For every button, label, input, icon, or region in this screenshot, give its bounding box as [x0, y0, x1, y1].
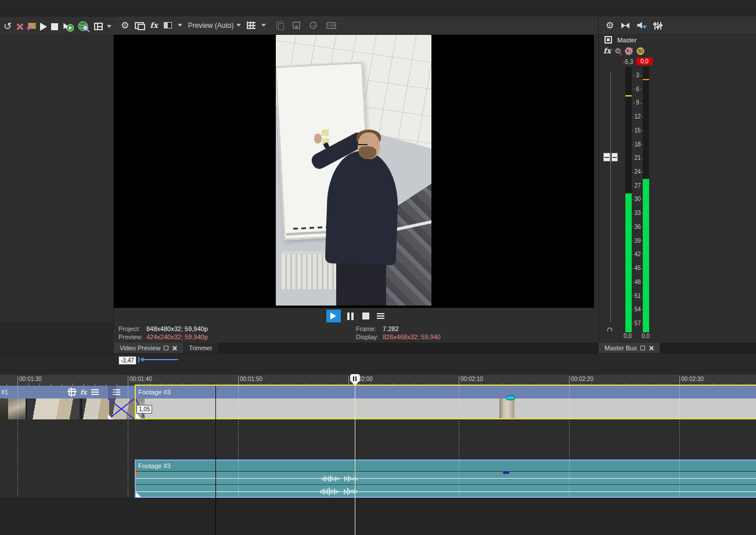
mixer-settings-gear-icon[interactable]: ⚙ [606, 21, 614, 30]
audio-waveform [321, 476, 340, 482]
split-screen-dropdown-icon[interactable] [178, 24, 182, 27]
fader-track[interactable] [610, 73, 611, 322]
restore-window-icon[interactable] [640, 346, 645, 350]
meter-right-bottom-readout: 0,0 [642, 333, 650, 339]
grid-line [459, 386, 459, 498]
audio-waveform [320, 488, 339, 495]
zoom-tool-globe-icon[interactable] [78, 21, 90, 32]
tab-master-bus[interactable]: Master Bus [599, 343, 660, 353]
frame-value: 7.282 [383, 325, 399, 332]
event-fx-icon[interactable]: fx [79, 388, 88, 397]
fader-handle[interactable] [603, 153, 618, 161]
project-value: 848x480x32; 59,940p [146, 325, 208, 332]
ruler-label: 00:01:30 [19, 376, 42, 382]
master-controls-row: fx ⚙ M S! [603, 46, 645, 55]
timeline: -3,47 00:01:30 00:01:40 00:01:50 00:02:0… [0, 353, 756, 535]
frame-label: Frame: [356, 325, 376, 332]
play-button[interactable] [326, 310, 341, 322]
video-thumbnail [499, 398, 514, 419]
event-pan-crop-icon[interactable] [67, 388, 76, 397]
audio-marker [503, 471, 509, 474]
gain-drag-tooltip: -3,47 [118, 356, 136, 365]
save-snapshot-icon[interactable] [293, 21, 300, 29]
transport-bar [114, 308, 598, 324]
video-person-body [325, 150, 400, 265]
pause-button[interactable] [345, 310, 356, 322]
preview-settings-gear-icon[interactable]: ⚙ [121, 21, 129, 30]
close-window-icon[interactable] [172, 346, 177, 351]
solo-icon[interactable]: S! [636, 47, 645, 55]
mute-icon[interactable]: M [625, 47, 633, 55]
meter-right-level [643, 179, 649, 332]
paste-attributes-icon[interactable] [28, 23, 36, 29]
restore-window-icon[interactable] [164, 346, 168, 350]
video-preview-panel: ⚙ fx Preview (Auto) [114, 16, 598, 353]
video-person-hand [314, 134, 322, 143]
audio-event-footage3[interactable]: Footage #3 [135, 459, 756, 498]
downmix-output-icon[interactable] [621, 23, 629, 28]
meter-scale: 36 912 1518 2124 2730 3336 3942 4548 515… [632, 73, 643, 326]
grid-overlay-icon[interactable] [247, 21, 255, 29]
automation-settings-icon[interactable]: ⚙ [614, 46, 621, 55]
timeline-upper-strip: -3,47 [0, 354, 756, 375]
playhead-line [355, 386, 355, 535]
peak-readout-left: -5,3 [623, 59, 633, 65]
external-monitor-icon[interactable] [135, 22, 144, 29]
event-menu-icon[interactable] [91, 388, 99, 397]
bus-fx-icon[interactable]: fx [603, 46, 611, 55]
video-frame [276, 35, 431, 306]
video-output-fx-icon[interactable]: fx [150, 21, 157, 30]
grid-line [238, 386, 239, 498]
timeline-bottom-area [0, 498, 756, 535]
grid-line [569, 386, 570, 498]
left-panel-lower-area [0, 323, 114, 353]
hdr-monitor-icon[interactable] [326, 22, 336, 29]
mixing-console-icon[interactable] [654, 21, 661, 30]
play-icon[interactable] [40, 23, 47, 31]
meter-left-peak-marker [625, 95, 632, 96]
toolbar-dropdown-icon[interactable] [107, 25, 111, 28]
video-thumbnail [82, 398, 109, 419]
edit-toolbar: ↺ [0, 17, 114, 36]
tab-trimmer-label: Trimmer [189, 344, 213, 351]
display-label: Display: [356, 333, 379, 340]
edit-tool-cursor-icon[interactable] [62, 21, 74, 32]
tab-video-preview-label: Video Preview [120, 344, 160, 351]
video-person-beard [359, 146, 376, 159]
crossfade-curves[interactable] [108, 398, 135, 419]
video-360-icon[interactable] [309, 21, 317, 29]
grid-overlay-dropdown-icon[interactable] [261, 24, 266, 27]
media-marker[interactable] [506, 396, 515, 400]
video-person-legs [336, 260, 386, 306]
fade-length-tooltip: 1,05 [136, 405, 152, 414]
stop-icon[interactable] [51, 23, 58, 30]
close-window-icon[interactable] [649, 346, 654, 351]
stop-button[interactable] [361, 310, 371, 322]
tab-video-preview[interactable]: Video Preview [114, 343, 183, 353]
event-overlap-shade [108, 386, 116, 398]
title-strip [0, 0, 756, 16]
copy-snapshot-icon[interactable] [276, 21, 283, 29]
video-event-1-label: #1 [0, 389, 8, 396]
tab-master-bus-label: Master Bus [604, 344, 637, 351]
project-label: Project: [118, 325, 140, 332]
video-thumbnail [27, 398, 80, 419]
video-event-footage3[interactable]: Footage #3 [136, 386, 756, 398]
grid-line [17, 386, 18, 498]
undo-icon[interactable]: ↺ [3, 21, 12, 31]
split-screen-icon[interactable] [164, 22, 172, 28]
video-stage [114, 35, 594, 324]
delete-icon[interactable] [16, 23, 24, 31]
tab-trimmer[interactable]: Trimmer [183, 343, 218, 353]
preview-menu-button[interactable] [376, 310, 386, 322]
video-event-footage3-body[interactable] [136, 398, 756, 418]
preview-quality-caret-icon [236, 24, 241, 27]
meter-right-track [643, 67, 649, 332]
master-bus-row: Master [604, 36, 637, 44]
master-toolbar: ⚙ [599, 16, 756, 35]
window-layout-icon[interactable] [94, 23, 103, 30]
ruler-label: 00:02:10 [460, 376, 483, 382]
dim-output-icon[interactable] [637, 22, 647, 29]
preview-quality-select[interactable]: Preview (Auto) [188, 21, 242, 30]
preview-tabbar: Video Preview Trimmer [114, 343, 598, 353]
